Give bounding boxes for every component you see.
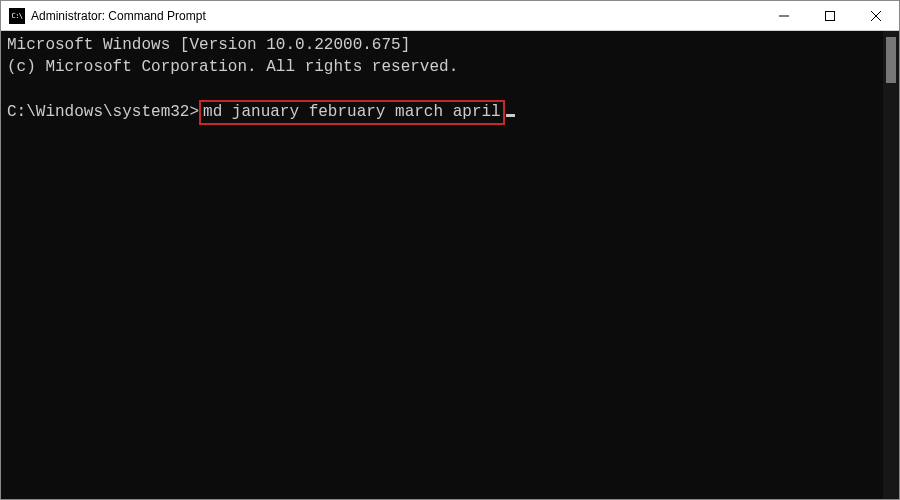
copyright-line: (c) Microsoft Corporation. All rights re…: [7, 57, 877, 79]
svg-rect-1: [826, 11, 835, 20]
prompt-line: C:\Windows\system32>md january february …: [7, 100, 877, 126]
command-prompt-window: C:\ Administrator: Command Prompt Micros…: [0, 0, 900, 500]
window-controls: [761, 1, 899, 30]
titlebar[interactable]: C:\ Administrator: Command Prompt: [1, 1, 899, 31]
window-title: Administrator: Command Prompt: [31, 9, 761, 23]
maximize-button[interactable]: [807, 1, 853, 30]
typed-command: md january february march april: [203, 103, 501, 121]
text-cursor: [506, 114, 515, 117]
version-line: Microsoft Windows [Version 10.0.22000.67…: [7, 35, 877, 57]
prompt-path: C:\Windows\system32>: [7, 103, 199, 121]
terminal[interactable]: Microsoft Windows [Version 10.0.22000.67…: [1, 31, 883, 499]
maximize-icon: [825, 11, 835, 21]
vertical-scrollbar[interactable]: [883, 31, 899, 499]
close-button[interactable]: [853, 1, 899, 30]
cmd-icon: C:\: [9, 8, 25, 24]
blank-line: [7, 78, 877, 100]
minimize-button[interactable]: [761, 1, 807, 30]
close-icon: [871, 11, 881, 21]
command-highlight: md january february march april: [199, 100, 505, 126]
minimize-icon: [779, 11, 789, 21]
scroll-thumb[interactable]: [886, 37, 896, 83]
terminal-area: Microsoft Windows [Version 10.0.22000.67…: [1, 31, 899, 499]
